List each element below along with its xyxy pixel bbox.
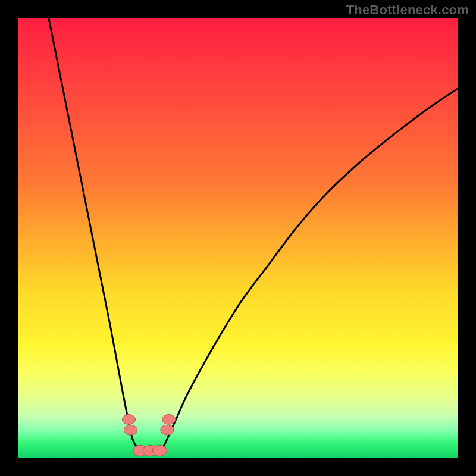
- marker-right-dot-upper: [162, 414, 176, 424]
- series-left-arm: [49, 18, 141, 450]
- plot-area: [18, 18, 458, 458]
- watermark-text: TheBottleneck.com: [346, 2, 469, 18]
- marker-left-dot-upper: [122, 414, 135, 424]
- marker-left-dot-lower: [124, 425, 137, 435]
- marker-floor-dot-right: [152, 445, 167, 456]
- chart-frame: TheBottleneck.com: [0, 0, 476, 476]
- marker-right-dot-lower: [161, 425, 174, 435]
- series-right-arm: [159, 88, 458, 450]
- curve-layer: [18, 18, 458, 458]
